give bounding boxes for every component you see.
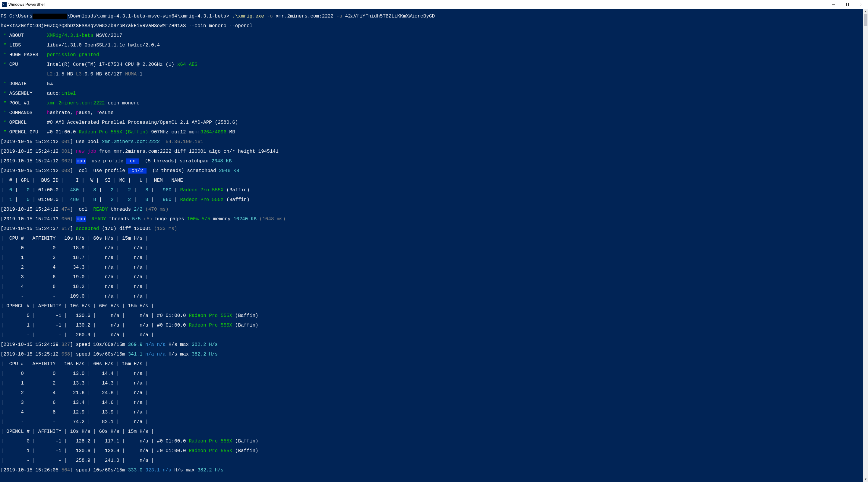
scroll-thumb[interactable] [864,14,867,26]
svg-rect-1 [846,3,849,6]
terminal-output[interactable]: PS C:\Users \Downloads\xmrig-4.3.1-beta-… [0,9,863,482]
powershell-icon: >_ [2,2,7,7]
vertical-scrollbar[interactable]: ▲ ▼ [863,9,868,482]
scroll-down-arrow[interactable]: ▼ [863,477,868,482]
close-button[interactable] [854,0,868,9]
window-titlebar: >_ Windows PowerShell [0,0,868,9]
scroll-up-arrow[interactable]: ▲ [863,9,868,14]
window-title: Windows PowerShell [8,2,45,6]
svg-rect-0 [846,3,849,6]
redacted-user [33,13,67,19]
prompt: PS C:\Users [1,13,33,19]
maximize-button[interactable] [840,0,854,9]
minimize-button[interactable] [827,0,840,9]
